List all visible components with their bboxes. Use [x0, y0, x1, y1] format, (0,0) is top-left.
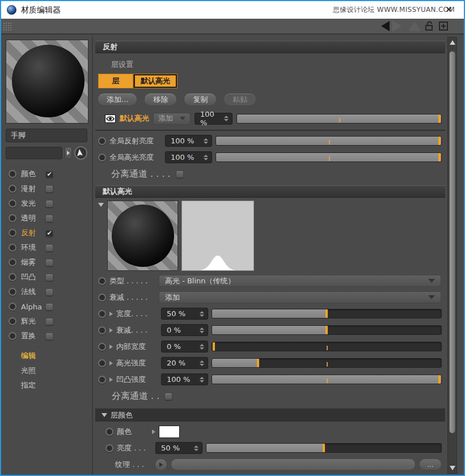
- texture-browse-button[interactable]: ...: [419, 458, 442, 470]
- material-preview[interactable]: [6, 40, 88, 124]
- type-radio[interactable]: [98, 277, 106, 285]
- falloff-radio[interactable]: [98, 294, 106, 301]
- slider-handle[interactable]: [325, 309, 328, 318]
- channel-row[interactable]: 漫射: [1, 181, 92, 196]
- channel-radio[interactable]: [9, 214, 16, 222]
- scrollbar-thumb[interactable]: [449, 51, 455, 434]
- channel-checkbox[interactable]: [45, 288, 53, 296]
- channel-checkbox[interactable]: [45, 215, 53, 222]
- layer-blend-dropdown[interactable]: 添加: [153, 113, 191, 125]
- slider-handle[interactable]: [438, 153, 441, 162]
- scroll-down-icon[interactable]: [450, 466, 455, 470]
- channel-radio[interactable]: [9, 317, 16, 325]
- spinner-arrows-icon[interactable]: [196, 360, 204, 366]
- drag-grip-icon[interactable]: [3, 22, 12, 31]
- channel-checkbox[interactable]: [45, 259, 53, 266]
- channel-radio[interactable]: [9, 258, 16, 266]
- fold-arrow-icon[interactable]: [98, 203, 104, 207]
- param-radio[interactable]: [98, 343, 106, 351]
- layer-strength-slider[interactable]: [236, 114, 442, 124]
- slider-handle[interactable]: [257, 359, 259, 367]
- channel-row[interactable]: 环境: [1, 240, 92, 255]
- param-radio[interactable]: [98, 326, 106, 334]
- param-spinner[interactable]: 50 %: [161, 308, 208, 320]
- preset-expand-button[interactable]: [65, 147, 72, 159]
- scroll-up-icon[interactable]: [450, 40, 455, 45]
- channel-radio[interactable]: [9, 288, 16, 296]
- param-radio[interactable]: [98, 310, 106, 318]
- layer-tab[interactable]: 层: [98, 74, 133, 88]
- param-slider[interactable]: [212, 342, 442, 351]
- param-slider[interactable]: [212, 375, 442, 384]
- slider-handle[interactable]: [438, 114, 441, 123]
- channel-checkbox[interactable]: [45, 318, 53, 325]
- spinner-arrows-icon[interactable]: [196, 377, 204, 382]
- action-button[interactable]: 添加...: [98, 93, 137, 106]
- expand-arrow-icon[interactable]: [152, 430, 155, 434]
- preset-select[interactable]: [6, 147, 62, 159]
- channel-radio[interactable]: [9, 303, 16, 311]
- channel-radio[interactable]: [9, 244, 16, 252]
- layer-tab[interactable]: 默认高光: [133, 74, 177, 88]
- channel-radio[interactable]: [9, 273, 16, 281]
- global-slider[interactable]: [215, 152, 442, 162]
- type-dropdown[interactable]: 高光 - Blinn（传统）: [159, 275, 441, 287]
- channel-checkbox[interactable]: ✔: [45, 230, 53, 237]
- channel-row[interactable]: 发光: [1, 196, 92, 211]
- slider-handle[interactable]: [325, 326, 328, 334]
- color-swatch[interactable]: [159, 426, 180, 438]
- layer-name[interactable]: 默认高光: [120, 113, 149, 124]
- layer-visibility-toggle[interactable]: [105, 114, 116, 123]
- param-spinner[interactable]: 0 %: [161, 324, 208, 336]
- add-window-icon[interactable]: [439, 22, 448, 31]
- layer-strength-spinner[interactable]: 100 %: [195, 113, 232, 125]
- brightness-radio[interactable]: [105, 444, 113, 452]
- channel-checkbox[interactable]: [45, 274, 53, 281]
- action-button[interactable]: 复制: [184, 93, 217, 106]
- channel-row[interactable]: 反射 ✔: [1, 226, 92, 240]
- param-spinner[interactable]: 0 %: [161, 341, 208, 352]
- expand-arrow-icon[interactable]: [109, 361, 113, 366]
- specular-sphere-preview[interactable]: [107, 201, 178, 271]
- spinner-arrows-icon[interactable]: [191, 445, 198, 451]
- page-item[interactable]: 指定: [1, 378, 92, 393]
- spinner-arrows-icon[interactable]: [200, 138, 208, 144]
- page-item[interactable]: 光照: [1, 363, 92, 378]
- material-name-input[interactable]: 手脚: [6, 129, 87, 142]
- param-radio[interactable]: [98, 376, 106, 384]
- action-button[interactable]: 移除: [144, 93, 177, 106]
- param-spinner[interactable]: 100 %: [161, 373, 208, 385]
- brightness-slider[interactable]: [206, 443, 442, 453]
- separate-channels-checkbox-2[interactable]: [164, 393, 172, 400]
- expand-arrow-icon[interactable]: [109, 377, 113, 382]
- channel-row[interactable]: 辉光: [1, 314, 92, 329]
- channel-row[interactable]: 凹凸: [1, 270, 92, 284]
- channel-radio[interactable]: [9, 170, 16, 178]
- expand-arrow-icon[interactable]: [109, 328, 113, 333]
- slider-handle[interactable]: [323, 444, 325, 452]
- global-slider[interactable]: [215, 136, 442, 146]
- spinner-arrows-icon[interactable]: [196, 344, 204, 350]
- global-radio[interactable]: [98, 154, 106, 162]
- global-spinner[interactable]: 100 %: [165, 135, 212, 147]
- slider-handle[interactable]: [213, 342, 215, 351]
- texture-expand-button[interactable]: [155, 458, 167, 471]
- channel-radio[interactable]: [9, 199, 16, 207]
- channel-checkbox[interactable]: [45, 200, 53, 207]
- slider-handle[interactable]: [438, 137, 441, 145]
- param-radio[interactable]: [98, 359, 106, 367]
- channel-row[interactable]: Alpha: [1, 299, 92, 314]
- channel-row[interactable]: 透明: [1, 211, 92, 226]
- channel-checkbox[interactable]: [45, 333, 53, 340]
- back-arrow-icon[interactable]: [381, 21, 390, 31]
- slider-handle[interactable]: [438, 375, 441, 384]
- channel-row[interactable]: 颜色 ✔: [1, 167, 92, 181]
- page-item[interactable]: 编辑: [1, 348, 92, 363]
- expand-arrow-icon[interactable]: [109, 345, 113, 349]
- vertical-scrollbar[interactable]: [447, 37, 457, 474]
- color-radio[interactable]: [105, 428, 113, 436]
- channel-checkbox[interactable]: [45, 185, 53, 193]
- brightness-spinner[interactable]: 50 %: [155, 442, 202, 454]
- lock-open-icon[interactable]: [425, 21, 434, 31]
- spinner-arrows-icon[interactable]: [221, 116, 229, 121]
